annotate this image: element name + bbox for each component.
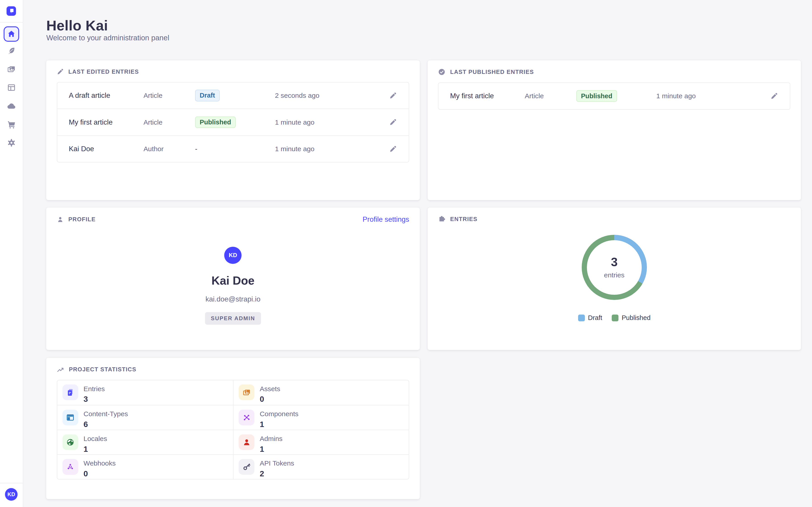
stat-value: 1 — [260, 420, 298, 429]
entry-type: Article — [525, 92, 576, 100]
edit-entry-button[interactable] — [768, 90, 780, 102]
status-badge: Published — [576, 90, 617, 102]
profile-settings-link[interactable]: Profile settings — [363, 215, 409, 224]
stat-label: Components — [260, 410, 298, 417]
pencil-icon — [389, 118, 397, 126]
sidebar-item-marketplace[interactable] — [0, 115, 23, 134]
stat-value: 3 — [84, 395, 105, 404]
stat-api-tokens: API Tokens 2 — [233, 454, 409, 479]
stat-value: 1 — [84, 445, 107, 454]
card-header: LAST EDITED ENTRIES — [46, 60, 419, 75]
stat-label: Admins — [260, 435, 283, 442]
stat-label: Assets — [260, 385, 280, 393]
entries-total-label: entries — [604, 271, 624, 279]
strapi-dashboard: KD Hello Kai Welcome to your administrat… — [0, 0, 812, 507]
card-title: PROFILE — [68, 216, 96, 223]
stat-value: 0 — [84, 469, 116, 478]
stat-admins: Admins 1 — [233, 430, 409, 454]
strapi-logo-icon — [6, 6, 16, 16]
legend-item-draft: Draft — [578, 314, 602, 322]
cloud-icon — [7, 102, 16, 111]
sidebar-item-media-library[interactable] — [0, 60, 23, 79]
pencil-icon — [389, 145, 397, 153]
profile-email: kai.doe@strapi.io — [46, 295, 419, 303]
entries-chart: 3 entries Draft Published — [428, 223, 801, 322]
puzzle-icon — [438, 215, 446, 223]
entry-row[interactable]: A draft article Article Draft 2 seconds … — [57, 82, 409, 109]
card-title: PROJECT STATISTICS — [69, 366, 136, 373]
entries-donut: 3 entries — [582, 235, 647, 300]
layout-icon — [7, 83, 15, 92]
pencil-icon — [389, 92, 397, 99]
entry-name: My first article — [69, 118, 144, 126]
page-title: Hello Kai — [46, 17, 108, 34]
stat-label: Locales — [84, 435, 107, 442]
webhook-icon — [66, 463, 74, 471]
stat-label: API Tokens — [260, 459, 294, 467]
chart-legend: Draft Published — [578, 314, 651, 322]
pictures-icon — [243, 388, 251, 397]
project-statistics-card: PROJECT STATISTICS Entries 3 — [46, 358, 419, 499]
edit-entry-button[interactable] — [387, 143, 399, 155]
edit-entry-button[interactable] — [387, 90, 399, 101]
entry-type: Article — [144, 118, 195, 126]
entry-type: Author — [144, 145, 195, 153]
stat-label: Entries — [84, 385, 105, 393]
card-title: LAST EDITED ENTRIES — [68, 68, 139, 75]
edit-entry-button[interactable] — [387, 116, 399, 128]
profile-body: KD Kai Doe kai.doe@strapi.io SUPER ADMIN — [46, 247, 419, 325]
draft-swatch — [578, 315, 585, 321]
entry-name: My first article — [450, 92, 525, 100]
sidebar: KD — [0, 0, 23, 507]
entry-time: 1 minute ago — [656, 92, 758, 100]
stat-value: 0 — [260, 395, 280, 404]
card-header: LAST PUBLISHED ENTRIES — [428, 60, 801, 76]
entries-total: 3 — [611, 256, 618, 268]
person-icon — [57, 216, 64, 223]
sidebar-item-home[interactable] — [4, 26, 19, 42]
stat-label: Webhooks — [84, 459, 116, 467]
user-initials: KD — [7, 492, 15, 498]
sidebar-item-content-manager[interactable] — [0, 42, 23, 60]
media-library-icon — [7, 65, 15, 73]
person-icon — [243, 438, 251, 446]
entry-table: My first article Article Published 1 min… — [438, 82, 790, 110]
stat-components: Components 1 — [233, 405, 409, 430]
role-badge: SUPER ADMIN — [205, 312, 261, 325]
sidebar-item-settings[interactable] — [0, 133, 23, 152]
entry-type: Article — [144, 92, 195, 99]
sidebar-item-content-type-builder[interactable] — [0, 78, 23, 97]
profile-card: PROFILE Profile settings KD Kai Doe kai.… — [46, 208, 419, 350]
entry-time: 2 seconds ago — [275, 92, 377, 99]
entry-name: A draft article — [69, 92, 144, 100]
stat-assets: Assets 0 — [233, 380, 409, 405]
globe-icon — [66, 438, 74, 446]
user-avatar[interactable]: KD — [5, 488, 17, 501]
components-icon — [243, 413, 251, 421]
entry-time: 1 minute ago — [275, 118, 377, 126]
last-published-entries-card: LAST PUBLISHED ENTRIES My first article … — [428, 60, 801, 200]
entry-row[interactable]: My first article Article Published 1 min… — [439, 83, 790, 109]
card-header: PROFILE Profile settings — [46, 208, 419, 224]
profile-avatar[interactable]: KD — [224, 247, 242, 264]
page-subtitle: Welcome to your administration panel — [46, 34, 169, 42]
entry-time: 1 minute ago — [275, 145, 377, 153]
stat-content-types: Content-Types 6 — [57, 405, 233, 430]
stat-value: 6 — [84, 420, 128, 429]
status-badge: Published — [195, 116, 236, 128]
stat-locales: Locales 1 — [57, 430, 233, 454]
legend-item-published: Published — [612, 314, 651, 322]
card-title: LAST PUBLISHED ENTRIES — [450, 69, 534, 75]
entries-card: ENTRIES 3 entries Draft Published — [428, 208, 801, 350]
sidebar-item-deploy[interactable] — [0, 97, 23, 115]
strapi-logo[interactable] — [6, 6, 16, 16]
entry-status-empty: - — [195, 145, 275, 153]
entry-row[interactable]: Kai Doe Author - 1 minute ago — [57, 135, 409, 162]
cart-icon — [7, 120, 15, 129]
sidebar-bottom: KD — [0, 483, 23, 507]
entry-name: Kai Doe — [69, 145, 144, 153]
stat-value: 2 — [260, 469, 294, 478]
sidebar-divider — [0, 22, 23, 22]
card-title: ENTRIES — [450, 216, 477, 222]
entry-row[interactable]: My first article Article Published 1 min… — [57, 109, 409, 135]
